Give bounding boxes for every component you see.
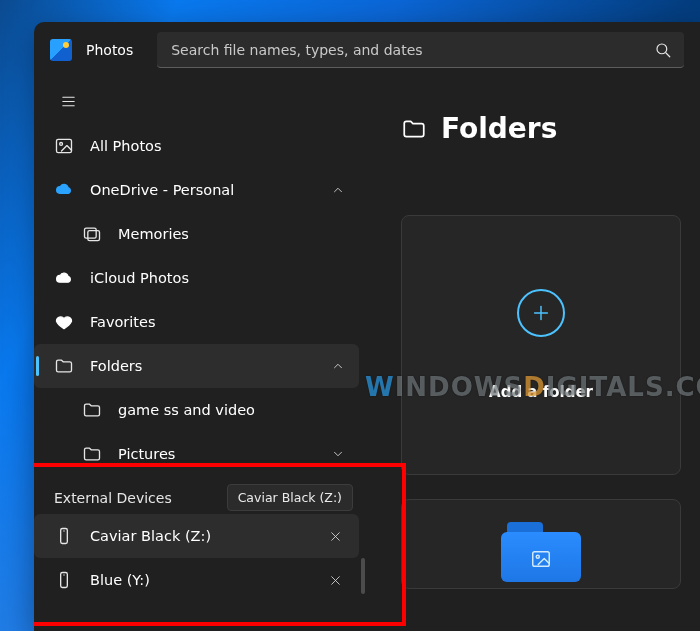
close-icon [329, 574, 342, 587]
chevron-down-icon [331, 447, 345, 461]
search-input[interactable] [171, 42, 642, 58]
image-icon [54, 136, 74, 156]
folder-icon [401, 116, 427, 142]
external-device-label: Blue (Y:) [90, 572, 150, 588]
close-icon [329, 530, 342, 543]
content-area: Folders Add a folder [359, 78, 700, 631]
sidebar-item-label: Favorites [90, 314, 156, 330]
drive-icon [54, 526, 74, 546]
sidebar-item-label: iCloud Photos [90, 270, 189, 286]
folder-icon [82, 444, 102, 464]
folder-thumb-icon [501, 522, 581, 582]
icloud-icon [54, 268, 74, 288]
chevron-up-icon [331, 183, 345, 197]
app-body: All Photos OneDrive - Personal Memori [34, 78, 700, 631]
titlebar: Photos [34, 22, 700, 78]
search-field[interactable] [157, 32, 684, 68]
sidebar-item-label: OneDrive - Personal [90, 182, 234, 198]
sidebar-item-label: All Photos [90, 138, 162, 154]
sidebar-item-favorites[interactable]: Favorites [34, 300, 359, 344]
folder-icon [82, 400, 102, 420]
remove-device-button[interactable] [323, 524, 347, 548]
photos-app-window: Photos All Photos [34, 22, 700, 631]
app-title: Photos [86, 42, 133, 58]
external-device-caviar-black[interactable]: Caviar Black (Z:) Caviar Black (Z:) [34, 514, 359, 558]
hamburger-icon [60, 93, 77, 110]
search-icon [654, 41, 672, 59]
svg-point-6 [60, 143, 63, 146]
folder-icon [54, 356, 74, 376]
add-folder-tile[interactable]: Add a folder [401, 215, 681, 475]
sidebar-subitem-memories[interactable]: Memories [34, 212, 359, 256]
sidebar-item-all-photos[interactable]: All Photos [34, 124, 359, 168]
svg-line-1 [666, 53, 670, 57]
svg-rect-7 [85, 228, 97, 238]
svg-rect-19 [533, 552, 550, 567]
sidebar-item-label: game ss and video [118, 402, 255, 418]
sidebar-subitem-folder-game[interactable]: game ss and video [34, 388, 359, 432]
folder-tile[interactable] [401, 499, 681, 589]
content-header: Folders [401, 112, 700, 145]
sidebar-item-label: Pictures [118, 446, 175, 462]
svg-rect-8 [88, 231, 100, 241]
memories-icon [82, 224, 102, 244]
external-devices-label: External Devices [34, 476, 359, 514]
heart-icon [54, 312, 74, 332]
remove-device-button[interactable] [323, 568, 347, 592]
onedrive-icon [54, 180, 74, 200]
add-icon [517, 289, 565, 337]
drive-icon [54, 570, 74, 590]
sidebar-item-label: Folders [90, 358, 142, 374]
sidebar: All Photos OneDrive - Personal Memori [34, 78, 359, 631]
external-device-blue[interactable]: Blue (Y:) [34, 558, 359, 602]
sidebar-item-label: Memories [118, 226, 189, 242]
add-folder-label: Add a folder [489, 383, 593, 401]
nav: All Photos OneDrive - Personal Memori [34, 124, 359, 602]
svg-point-20 [536, 555, 539, 558]
sidebar-item-folders[interactable]: Folders [34, 344, 359, 388]
chevron-up-icon [331, 359, 345, 373]
hamburger-button[interactable] [48, 84, 88, 118]
sidebar-item-onedrive[interactable]: OneDrive - Personal [34, 168, 359, 212]
external-device-label: Caviar Black (Z:) [90, 528, 211, 544]
sidebar-item-icloud[interactable]: iCloud Photos [34, 256, 359, 300]
photos-app-icon [50, 39, 72, 61]
svg-rect-5 [57, 139, 72, 152]
sidebar-subitem-folder-pictures[interactable]: Pictures [34, 432, 359, 476]
page-title: Folders [441, 112, 557, 145]
svg-point-0 [657, 44, 667, 54]
